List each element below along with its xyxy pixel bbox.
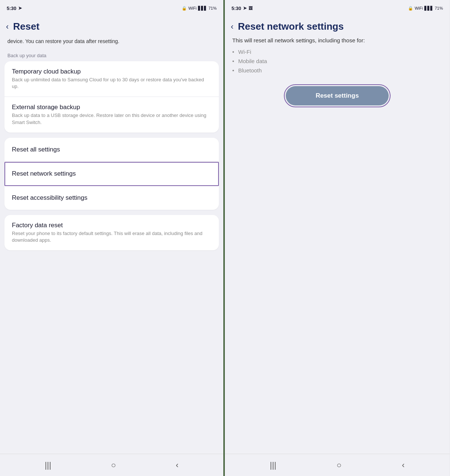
- left-panel: 5:30 ➤ 🔒 WiFi ▋▋▋ 71% ‹ Reset device. Yo…: [0, 0, 225, 476]
- left-menu-nav-icon[interactable]: |||: [45, 460, 51, 470]
- left-bottom-nav: ||| ○ ‹: [0, 454, 223, 476]
- factory-card: Factory data reset Reset your phone to i…: [4, 215, 219, 250]
- right-lock-icon: 🔒: [408, 6, 413, 11]
- right-status-time: 5:30 ➤ 🖼: [232, 6, 253, 11]
- external-storage-backup-item[interactable]: External storage backup Back up data to …: [4, 97, 219, 132]
- left-back-button[interactable]: ‹: [6, 22, 9, 32]
- right-location-icon: ➤: [243, 6, 247, 11]
- left-section-label: Back up your data: [0, 50, 223, 61]
- right-home-nav-icon[interactable]: ○: [337, 460, 341, 470]
- left-home-nav-icon[interactable]: ○: [111, 460, 116, 470]
- reset-all-settings-title: Reset all settings: [12, 146, 211, 153]
- reset-accessibility-settings-title: Reset accessibility settings: [12, 194, 211, 202]
- backup-card: Temporary cloud backup Back up unlimited…: [4, 61, 219, 133]
- external-storage-backup-desc: Back up data to a USB storage device. Re…: [12, 112, 211, 125]
- factory-data-reset-desc: Reset your phone to its factory default …: [12, 230, 211, 244]
- right-wifi-icon: WiFi: [415, 6, 423, 10]
- right-status-bar: 5:30 ➤ 🖼 🔒 WiFi ▋▋▋ 71%: [225, 0, 450, 15]
- reset-accessibility-settings-item[interactable]: Reset accessibility settings: [4, 186, 219, 210]
- left-subtitle: device. You can restore your data after …: [0, 36, 223, 50]
- lock-icon: 🔒: [182, 6, 187, 11]
- right-photo-icon: 🖼: [249, 6, 253, 10]
- right-page-header: ‹ Reset network settings: [225, 15, 450, 36]
- right-panel: 5:30 ➤ 🖼 🔒 WiFi ▋▋▋ 71% ‹ Reset network …: [225, 0, 450, 476]
- reset-network-settings-title: Reset network settings: [12, 170, 211, 177]
- reset-settings-button[interactable]: Reset settings: [286, 86, 388, 105]
- right-status-icons: 🔒 WiFi ▋▋▋ 71%: [408, 6, 443, 11]
- right-menu-nav-icon[interactable]: |||: [270, 460, 276, 470]
- right-description: This will reset all network settings, in…: [232, 36, 442, 45]
- factory-data-reset-title: Factory data reset: [12, 222, 211, 229]
- temporary-cloud-backup-desc: Back up unlimited data to Samsung Cloud …: [12, 76, 211, 90]
- battery-icon: 71%: [208, 6, 217, 10]
- bullet-list: Wi-Fi Mobile data Bluetooth: [232, 47, 442, 75]
- temporary-cloud-backup-item[interactable]: Temporary cloud backup Back up unlimited…: [4, 61, 219, 97]
- left-status-time: 5:30 ➤: [7, 6, 22, 11]
- location-icon: ➤: [18, 6, 22, 11]
- left-back-nav-icon[interactable]: ‹: [176, 460, 178, 470]
- right-page-title: Reset network settings: [238, 21, 344, 32]
- right-bottom-nav: ||| ○ ‹: [225, 454, 450, 476]
- right-back-nav-icon[interactable]: ‹: [402, 460, 404, 470]
- right-back-button[interactable]: ‹: [231, 22, 233, 32]
- right-battery-icon: 71%: [435, 6, 443, 10]
- right-signal-icon: ▋▋▋: [424, 6, 433, 11]
- signal-icon: ▋▋▋: [198, 6, 207, 11]
- left-page-header: ‹ Reset: [0, 15, 223, 36]
- temporary-cloud-backup-title: Temporary cloud backup: [12, 68, 211, 75]
- left-status-icons: 🔒 WiFi ▋▋▋ 71%: [182, 6, 217, 11]
- left-content: device. You can restore your data after …: [0, 36, 223, 454]
- factory-data-reset-item[interactable]: Factory data reset Reset your phone to i…: [4, 215, 219, 250]
- options-card: Reset all settings Reset network setting…: [4, 138, 219, 210]
- right-content: This will reset all network settings, in…: [225, 36, 450, 454]
- wifi-icon: WiFi: [188, 6, 197, 10]
- reset-button-wrapper: Reset settings: [232, 86, 442, 105]
- bluetooth-bullet: Bluetooth: [232, 66, 442, 75]
- left-page-title: Reset: [13, 21, 39, 32]
- mobile-data-bullet: Mobile data: [232, 56, 442, 66]
- reset-all-settings-item[interactable]: Reset all settings: [4, 138, 219, 162]
- left-status-bar: 5:30 ➤ 🔒 WiFi ▋▋▋ 71%: [0, 0, 223, 15]
- external-storage-backup-title: External storage backup: [12, 104, 211, 111]
- wifi-bullet: Wi-Fi: [232, 47, 442, 56]
- reset-network-settings-item[interactable]: Reset network settings: [4, 162, 219, 186]
